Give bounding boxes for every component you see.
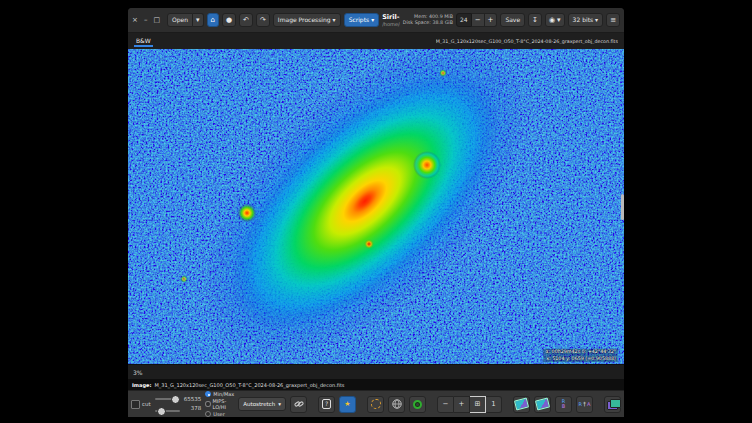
negative-view-icon: ?	[322, 399, 330, 409]
photometry-aperture-icon	[371, 399, 381, 409]
chevron-down-icon: ▾	[278, 401, 281, 407]
cross-glyph: †	[583, 401, 586, 407]
thread-increment-button[interactable]: +	[485, 13, 498, 27]
vertical-scrollbar-handle[interactable]	[621, 194, 624, 220]
loaded-filename: M_31_G_120x120sec_G100_O50_T-8°C_2024-08…	[436, 39, 618, 44]
bit-depth-dropdown[interactable]: 32 bits ▾	[568, 13, 604, 26]
siril-app-window: × – □ Open ▾ ⌂ ● ↶ ↷ Image Processing	[128, 8, 624, 417]
star-annotations-button[interactable]: ★	[339, 396, 356, 413]
layers-button[interactable]	[604, 396, 621, 413]
cut-label: cut	[142, 401, 151, 407]
image-filename: M_31_G_120x120sec_G100_O50_T-8°C_2024-08…	[154, 382, 344, 388]
record-dot-icon: ●	[226, 16, 232, 24]
radio-mips-lohi[interactable]: MIPS-LO/HI	[205, 398, 234, 410]
high-slider-knob[interactable]	[171, 395, 180, 404]
aberration-inspector-button[interactable]	[534, 396, 551, 413]
photometry-button[interactable]	[367, 396, 384, 413]
celestial-coordinates: α: 00h29m42s δ: +42°44'32"	[545, 349, 616, 355]
photo-card-icon	[514, 398, 529, 411]
image-processing-label: Image Processing	[278, 16, 331, 23]
scripts-menu[interactable]: Scripts ▾	[344, 13, 380, 26]
radio-minmax-label: Min/Max	[213, 391, 234, 397]
bit-depth-label: 32 bits	[573, 16, 594, 23]
tab-bw-channel[interactable]: B&W	[134, 35, 153, 47]
home-button[interactable]: ⌂	[207, 13, 219, 27]
layers-stack-icon	[607, 399, 619, 409]
radio-mips-label: MIPS-LO/HI	[213, 398, 235, 410]
thread-decrement-button[interactable]: −	[472, 13, 485, 27]
zoom-button-group: − + ⊞ 1	[437, 396, 502, 413]
radio-user[interactable]: User	[205, 411, 234, 417]
radio-minmax[interactable]: Min/Max	[205, 391, 234, 397]
channel-tab-strip: B&W M_31_G_120x120sec_G100_O50_T-8°C_202…	[128, 33, 624, 49]
celestial-grid-button[interactable]	[388, 396, 405, 413]
negative-view-button[interactable]: ?	[318, 396, 335, 413]
snapshot-button[interactable]: ◉ ▾	[545, 13, 565, 27]
quick-photometry-button[interactable]	[513, 396, 530, 413]
image-processing-menu[interactable]: Image Processing ▾	[273, 13, 341, 26]
stretch-mode-dropdown[interactable]: Autostretch ▾	[238, 397, 286, 411]
ra-cross-icon: R † A	[579, 401, 591, 407]
header-bar: × – □ Open ▾ ⌂ ● ↶ ↷ Image Processing	[128, 8, 624, 33]
image-name-statusbar: Image: M_31_G_120x120sec_G100_O50_T-8°C_…	[128, 379, 624, 390]
high-threshold-value: 65535	[184, 397, 202, 403]
zoom-in-button[interactable]: +	[454, 396, 470, 413]
threshold-sliders	[155, 395, 180, 414]
open-recent-dropdown[interactable]: ▾	[193, 13, 204, 27]
thread-spinner: 24 − +	[456, 13, 497, 27]
r-letter: R	[579, 402, 582, 407]
undo-icon: ↶	[243, 16, 249, 24]
compass-button[interactable]	[409, 396, 426, 413]
disk-space: Disk Space: 38.8 GiB	[403, 20, 453, 26]
app-title: Siril-1.2.4	[382, 13, 400, 21]
low-slider-knob[interactable]	[157, 407, 166, 416]
cut-checkbox[interactable]	[131, 400, 140, 409]
chain-link-icon	[294, 399, 304, 409]
save-button[interactable]: Save	[500, 13, 525, 26]
rb-swap-icon: R B	[562, 399, 565, 409]
image-label: Image:	[132, 382, 151, 388]
photo-card-icon	[535, 398, 550, 411]
galaxy-false-color-image	[128, 49, 624, 364]
close-window-icon[interactable]: ×	[132, 16, 138, 24]
minimize-window-icon[interactable]: –	[144, 16, 148, 24]
zoom-one-to-one-button[interactable]: 1	[486, 396, 502, 413]
thread-count-value[interactable]: 24	[456, 13, 472, 27]
home-icon: ⌂	[211, 16, 215, 24]
save-as-button[interactable]: ↧	[528, 13, 542, 27]
link-channels-button[interactable]	[290, 396, 307, 413]
wcs-coordinates-overlay: α: 00h29m42s δ: +42°44'32" x: 5104 y: 06…	[543, 349, 618, 362]
zoom-level-value: 3%	[133, 369, 143, 376]
cut-option[interactable]: cut	[131, 400, 151, 409]
snapshot-icon: ◉	[549, 16, 555, 24]
astrometry-tool-button[interactable]: R † A	[576, 396, 593, 413]
low-threshold-slider[interactable]	[155, 407, 180, 414]
fit-to-window-button[interactable]: ⊞	[470, 396, 486, 413]
livestack-button[interactable]: ●	[222, 13, 236, 27]
star-icon: ★	[344, 400, 350, 408]
display-control-bar: cut 65535 378 Min/Max	[128, 390, 624, 417]
redo-icon: ↷	[260, 16, 266, 24]
hamburger-icon: ≡	[610, 16, 616, 24]
window-title-block: Siril-1.2.4 /home/cyril/Images/CP/M31/pr…	[382, 13, 400, 27]
stretch-mode-label: Autostretch	[243, 401, 275, 407]
a-letter: A	[587, 402, 590, 407]
maximize-window-icon[interactable]: □	[153, 16, 160, 24]
swap-rb-channels-button[interactable]: R B	[555, 396, 572, 413]
working-directory-path: /home/cyril/Images/CP/M31/process	[382, 21, 400, 27]
zoom-out-button[interactable]: −	[437, 396, 454, 413]
desktop-background: × – □ Open ▾ ⌂ ● ↶ ↷ Image Processing	[0, 0, 752, 423]
radio-user-label: User	[213, 411, 224, 417]
resource-info: Mem: 400.9 MiB Disk Space: 38.8 GiB	[403, 14, 453, 26]
vertical-scrollbar[interactable]	[620, 49, 624, 364]
globe-grid-icon	[392, 399, 402, 409]
redo-button[interactable]: ↷	[256, 13, 270, 27]
chevron-down-icon: ▾	[371, 16, 374, 23]
hamburger-menu-button[interactable]: ≡	[606, 13, 620, 27]
image-canvas[interactable]: α: 00h29m42s δ: +42°44'32" x: 5104 y: 06…	[128, 49, 624, 364]
radio-selected-icon	[205, 391, 211, 397]
high-threshold-slider[interactable]	[155, 395, 180, 402]
undo-button[interactable]: ↶	[239, 13, 253, 27]
scripts-label: Scripts	[349, 16, 370, 23]
open-button[interactable]: Open	[167, 13, 193, 27]
